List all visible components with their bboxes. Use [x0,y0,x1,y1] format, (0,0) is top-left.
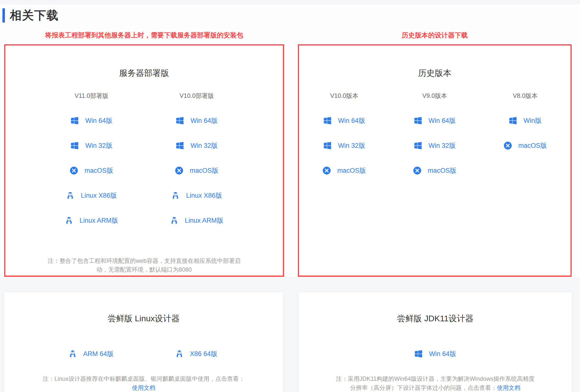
download-link[interactable]: Win 64版 [414,350,456,358]
download-link-label: macOS版 [190,166,218,175]
windows-icon [70,117,79,125]
download-row: Linux X86版 [144,191,249,200]
download-link[interactable]: Win 64版 [414,117,456,125]
preview-cards: 尝鲜版 Linux设计器 ARM 64版X86 64版 注：Linux设计器推荐… [4,292,580,392]
download-row: Win 32版 [390,141,480,150]
download-link[interactable]: macOS版 [504,141,547,150]
top-strip [0,0,580,4]
download-row: Linux X86版 [39,191,144,200]
download-link[interactable]: Linux X86版 [66,191,117,200]
download-link[interactable]: Linux ARM版 [170,216,223,225]
download-cell: X86 64版 [144,350,249,358]
panel-title: 历史版本 [299,68,571,78]
windows-icon [414,117,422,125]
macos-icon [175,166,183,175]
download-link[interactable]: Linux X86版 [171,191,222,200]
download-row: Win 64版 [390,117,480,125]
version-column-label: V10.0版本 [299,92,390,99]
linux-icon [171,191,180,200]
card-note: 注：采用JDK11构建的Win64版设计器，主要为解决Windows操作系统高精… [334,374,537,392]
download-row: Win 32版 [144,141,249,150]
download-link-label: X86 64版 [190,350,218,358]
version-column: V9.0版本Win 64版Win 32版macOS版 [390,92,480,191]
download-link[interactable]: macOS版 [70,166,113,175]
download-link[interactable]: X86 64版 [175,350,218,358]
macos-icon [70,166,78,175]
linux-icon [69,350,77,358]
page-title: 相关下载 [10,7,59,23]
download-link-label: Win 32版 [85,141,112,150]
download-row: Win 64版 [39,117,144,125]
download-link-label: ARM 64版 [83,350,114,358]
download-link[interactable]: Win 64版 [70,117,112,125]
download-link-label: macOS版 [84,166,113,175]
card-jdk11-designer: 尝鲜版 JDK11设计器 Win 64版 注：采用JDK11构建的Win64版设… [299,292,572,392]
windows-icon [323,117,332,125]
download-link[interactable]: Linux ARM版 [65,216,118,225]
download-cell: ARM 64版 [38,350,144,358]
bottom-section: 尝鲜版 Linux设计器 ARM 64版X86 64版 注：Linux设计器推荐… [0,277,580,392]
card-note-text: 注：Linux设计器推荐在中标麒麟桌面版、银河麒麟桌面版中使用，点击查看： [43,375,245,382]
windows-icon [414,350,423,358]
download-row: macOS版 [480,141,571,150]
download-link[interactable]: macOS版 [413,166,456,175]
download-link-label: Linux X86版 [81,191,117,200]
download-row: macOS版 [390,166,480,175]
annotation-left: 将报表工程部署到其他服务器上时，需要下载服务器部署版的安装包 [4,31,284,39]
download-link[interactable]: Win版 [509,117,542,125]
download-link[interactable]: macOS版 [175,166,218,175]
version-column-label: V9.0版本 [390,92,480,99]
card-note: 注：Linux设计器推荐在中标麒麟桌面版、银河麒麟桌面版中使用，点击查看：使用文… [42,374,245,392]
version-column: V11.0部署版Win 64版Win 32版macOS版Linux X86版Li… [39,92,144,241]
version-column: V10.0部署版Win 64版Win 32版macOS版Linux X86版Li… [144,92,249,241]
usage-doc-link[interactable]: 使用文档 [132,385,155,391]
download-row: Win 32版 [39,141,144,150]
download-link[interactable]: macOS版 [322,166,366,175]
download-link-label: Win 64版 [429,117,456,125]
download-link[interactable]: Win 32版 [323,141,365,150]
download-row: macOS版 [39,166,144,175]
download-link[interactable]: Win 64版 [176,117,218,125]
download-row: Linux ARM版 [144,216,249,225]
download-link[interactable]: ARM 64版 [69,350,114,358]
download-link-label: Linux X86版 [186,191,222,200]
download-row: Win 32版 [299,141,390,150]
linux-icon [65,216,73,225]
download-row: Win版 [480,117,571,125]
panel-history-versions: 历史版本 V10.0版本Win 64版Win 32版macOS版V9.0版本Wi… [298,44,572,277]
page-header: 相关下载 [2,8,580,23]
download-link-label: Win版 [523,117,542,125]
linux-icon [175,350,183,358]
download-row: macOS版 [144,166,249,175]
download-row: Linux ARM版 [39,216,144,225]
windows-icon [509,117,517,125]
download-link-label: Win 64版 [85,117,112,125]
panel-title: 服务器部署版 [5,68,283,78]
card-links: Win 64版 [299,350,572,358]
download-row: Win 64版 [299,117,390,125]
download-link-label: macOS版 [337,166,366,175]
linux-icon [170,216,178,225]
annotation-right: 历史版本的设计器下载 [298,31,572,39]
macos-icon [322,166,331,175]
download-link-label: Linux ARM版 [185,216,223,225]
download-panels: 服务器部署版 V11.0部署版Win 64版Win 32版macOS版Linux… [4,44,580,277]
usage-doc-link[interactable]: 使用文档 [497,385,521,391]
panel-note: 注：整合了包含工程和环境配置的web容器，支持直接在相应系统中部署启动，无需配置… [45,257,243,274]
download-link[interactable]: Win 64版 [323,117,365,125]
linux-icon [66,191,74,200]
version-column-label: V10.0部署版 [144,92,249,99]
windows-icon [176,141,184,150]
download-cell: Win 64版 [383,350,488,358]
download-link[interactable]: Win 32版 [414,141,456,150]
download-link-label: Win 32版 [429,141,456,150]
download-link-label: Win 64版 [190,117,218,125]
download-link[interactable]: Win 32版 [176,141,218,150]
download-link[interactable]: Win 32版 [70,141,112,150]
download-link-label: Win 32版 [190,141,218,150]
card-links: ARM 64版X86 64版 [4,350,283,358]
windows-icon [176,117,184,125]
download-row: Win 64版 [144,117,249,125]
panel-columns: V10.0版本Win 64版Win 32版macOS版V9.0版本Win 64版… [299,92,571,191]
version-column: V10.0版本Win 64版Win 32版macOS版 [299,92,390,191]
